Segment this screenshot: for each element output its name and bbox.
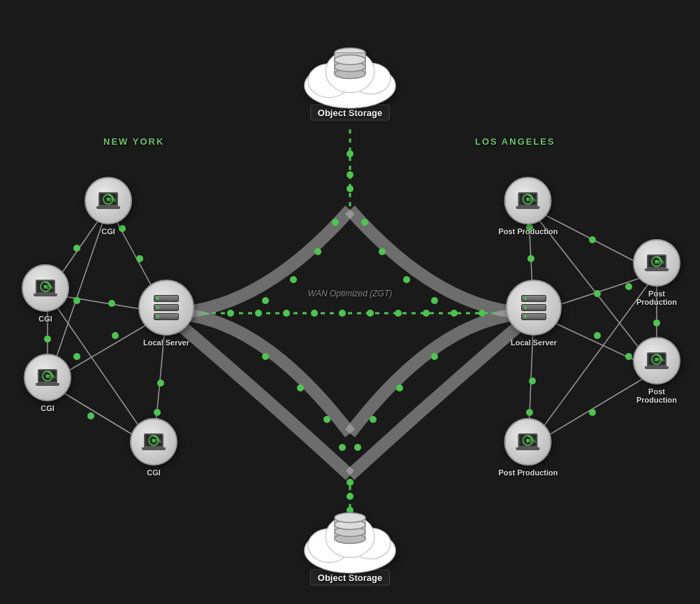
la-node-3-label: Post Production — [499, 468, 558, 477]
svg-point-74 — [479, 310, 486, 317]
svg-point-36 — [594, 332, 601, 339]
new-york-label: NEW YORK — [103, 136, 164, 147]
ny-node-2: 75% CGI — [24, 354, 71, 412]
svg-point-70 — [367, 310, 374, 317]
svg-point-15 — [73, 297, 80, 304]
svg-point-21 — [44, 336, 51, 343]
svg-point-53 — [347, 185, 353, 192]
svg-point-60 — [370, 416, 377, 423]
svg-point-65 — [227, 310, 234, 317]
cloud-top: Object Storage — [294, 34, 406, 121]
ny-node-0: 72% CGI — [85, 177, 132, 236]
svg-point-51 — [347, 150, 353, 157]
svg-point-18 — [157, 380, 164, 387]
svg-point-38 — [529, 378, 536, 384]
svg-point-57 — [339, 444, 346, 451]
ny-server-label: Local Server — [143, 338, 189, 347]
ny-node-1: 72% CGI — [22, 264, 69, 323]
svg-point-35 — [625, 283, 632, 290]
cloud-bottom: Object Storage — [294, 498, 406, 586]
svg-point-14 — [108, 300, 115, 307]
svg-point-41 — [653, 319, 660, 326]
la-node-0: 72% Post Production — [499, 177, 558, 236]
svg-point-17 — [73, 353, 80, 360]
svg-point-46 — [332, 219, 339, 226]
la-node-0-label: Post Production — [499, 227, 558, 236]
wan-label: WAN Optimized (ZGT) — [308, 289, 392, 299]
la-server-label: Local Server — [511, 338, 557, 347]
svg-point-47 — [431, 297, 438, 304]
los-angeles-label: LOS ANGELES — [475, 136, 555, 147]
la-node-2: 85% Post Production — [633, 337, 680, 404]
la-node-1: 88% Post Production — [633, 239, 680, 306]
svg-point-93 — [335, 513, 365, 523]
ny-node-1-label: CGI — [38, 315, 52, 323]
ny-node-0-label: CGI — [101, 227, 115, 236]
svg-point-37 — [625, 353, 632, 360]
svg-point-52 — [347, 171, 353, 178]
svg-point-61 — [354, 444, 361, 451]
la-node-1-label: Post Production — [633, 289, 680, 306]
svg-point-71 — [395, 310, 402, 317]
svg-point-49 — [379, 248, 386, 255]
svg-point-58 — [431, 353, 438, 360]
ny-node-3-label: CGI — [147, 468, 161, 477]
svg-point-68 — [311, 310, 318, 317]
ny-node-3: 90% CGI — [130, 418, 177, 477]
svg-point-55 — [297, 384, 304, 391]
svg-point-44 — [290, 276, 297, 283]
ny-node-2-label: CGI — [41, 404, 54, 412]
diagram: .thick-gray { stroke: #c0c0c0; stroke-wi… — [0, 0, 700, 604]
svg-point-72 — [423, 310, 430, 317]
svg-point-84 — [335, 55, 365, 65]
svg-point-48 — [403, 276, 410, 283]
svg-point-34 — [594, 290, 601, 297]
svg-point-67 — [283, 310, 290, 317]
la-node-2-label: Post Production — [633, 387, 680, 404]
la-local-server: Local Server — [506, 280, 562, 347]
svg-point-22 — [87, 412, 94, 419]
server-icon-la — [521, 295, 546, 320]
svg-point-59 — [396, 384, 403, 391]
svg-point-42 — [589, 409, 596, 416]
svg-point-66 — [255, 310, 262, 317]
svg-point-20 — [73, 245, 80, 252]
svg-point-40 — [589, 236, 596, 243]
svg-point-43 — [262, 297, 269, 304]
svg-point-69 — [339, 310, 346, 317]
svg-point-39 — [526, 409, 533, 416]
svg-point-19 — [154, 409, 161, 416]
svg-point-16 — [112, 332, 119, 339]
svg-point-62 — [347, 479, 353, 486]
svg-point-32 — [527, 255, 534, 262]
svg-point-45 — [314, 248, 321, 255]
la-node-3: 90% Post Production — [499, 418, 558, 477]
svg-point-12 — [136, 255, 143, 262]
svg-point-56 — [323, 416, 330, 423]
svg-point-50 — [361, 219, 368, 226]
server-icon-ny — [154, 295, 179, 320]
svg-point-73 — [451, 310, 458, 317]
ny-local-server: Local Server — [138, 280, 194, 347]
svg-point-54 — [262, 353, 269, 360]
